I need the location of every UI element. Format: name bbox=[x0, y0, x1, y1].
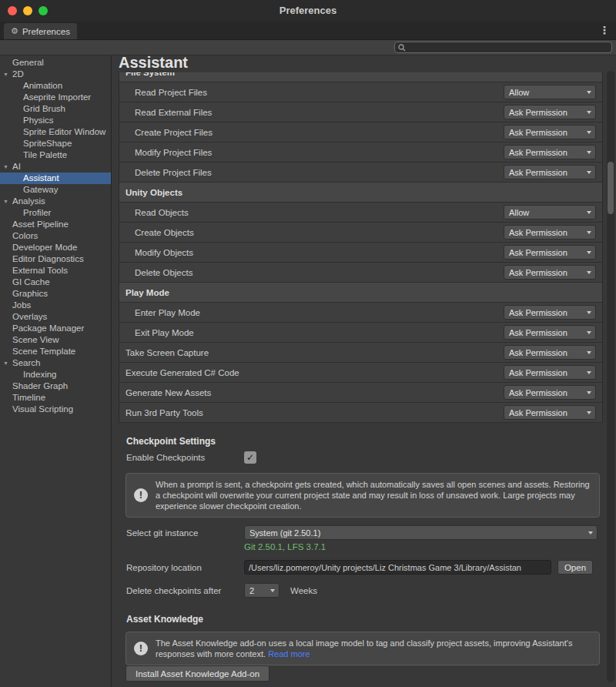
search-input[interactable] bbox=[408, 43, 608, 52]
sidebar-item-profiler[interactable]: Profiler bbox=[0, 207, 111, 219]
permission-label: Play Mode bbox=[126, 288, 169, 297]
foldout-arrow-icon[interactable]: ▼ bbox=[3, 357, 8, 369]
open-button[interactable]: Open bbox=[557, 560, 593, 575]
chevron-down-icon bbox=[587, 171, 591, 174]
chevron-down-icon bbox=[587, 91, 591, 94]
vertical-scrollbar[interactable] bbox=[607, 71, 614, 682]
sidebar-item-indexing[interactable]: Indexing bbox=[0, 369, 111, 380]
permission-label: Exit Play Mode bbox=[135, 328, 194, 337]
enable-checkpoints-checkbox[interactable]: ✓ bbox=[244, 451, 256, 464]
sidebar-item-jobs[interactable]: Jobs bbox=[0, 300, 111, 311]
sidebar-item-ai[interactable]: ▼AI bbox=[0, 161, 111, 173]
sidebar-item-grid-brush[interactable]: Grid Brush bbox=[0, 103, 111, 115]
sidebar-item-asset-pipeline[interactable]: Asset Pipeline bbox=[0, 219, 111, 230]
delete-after-dropdown[interactable]: 2 bbox=[244, 583, 280, 598]
sidebar-item-visual-scripting[interactable]: Visual Scripting bbox=[0, 404, 111, 415]
sidebar-item-physics[interactable]: Physics bbox=[0, 115, 111, 126]
sidebar-item-aseprite-importer[interactable]: Aseprite Importer bbox=[0, 92, 111, 103]
permission-dropdown-execute-generated-c-code[interactable]: Ask Permission bbox=[504, 365, 596, 380]
permission-label: Execute Generated C# Code bbox=[126, 368, 239, 377]
permission-dropdown-read-external-files[interactable]: Ask Permission bbox=[504, 105, 596, 119]
git-instance-dropdown[interactable]: System (git 2.50.1) bbox=[244, 525, 598, 540]
sidebar-item-editor-diagnostics[interactable]: Editor Diagnostics bbox=[0, 253, 111, 265]
sidebar-item-label: Animation bbox=[23, 81, 62, 90]
install-asset-knowledge-button[interactable]: Install Asset Knowledge Add-on bbox=[126, 665, 270, 682]
enable-checkpoints-row: Enable Checkpoints ✓ bbox=[126, 451, 256, 464]
window-title: Preferences bbox=[0, 0, 616, 22]
sidebar-item-developer-mode[interactable]: Developer Mode bbox=[0, 242, 111, 253]
sidebar-item-assistant[interactable]: Assistant bbox=[0, 173, 111, 184]
permission-dropdown-modify-objects[interactable]: Ask Permission bbox=[504, 245, 596, 260]
permission-dropdown-enter-play-mode[interactable]: Ask Permission bbox=[504, 305, 596, 320]
dropdown-value: Allow bbox=[504, 88, 587, 97]
sidebar-item-label: Overlays bbox=[12, 312, 47, 321]
traffic-lights bbox=[8, 6, 48, 15]
sidebar-item-gi-cache[interactable]: GI Cache bbox=[0, 276, 111, 288]
permission-dropdown-exit-play-mode[interactable]: Ask Permission bbox=[504, 325, 596, 340]
sidebar-item-scene-template[interactable]: Scene Template bbox=[0, 346, 111, 357]
permission-dropdown-take-screen-capture[interactable]: Ask Permission bbox=[504, 345, 596, 360]
dropdown-value: Allow bbox=[504, 208, 587, 217]
sidebar-item-overlays[interactable]: Overlays bbox=[0, 311, 111, 323]
chevron-down-icon bbox=[587, 351, 591, 354]
permission-dropdown-read-project-files[interactable]: Allow bbox=[504, 85, 596, 99]
sidebar-item-gateway[interactable]: Gateway bbox=[0, 184, 111, 196]
foldout-arrow-icon[interactable]: ▼ bbox=[3, 161, 8, 173]
tab-preferences[interactable]: ⚙ Preferences bbox=[4, 23, 77, 39]
asset-knowledge-info-box: ! The Asset Knowledge add-on uses a loca… bbox=[126, 632, 600, 665]
sidebar-item-label: Visual Scripting bbox=[12, 404, 73, 414]
sidebar-item-scene-view[interactable]: Scene View bbox=[0, 334, 111, 346]
titlebar: Preferences bbox=[0, 0, 616, 22]
content-pane: Assistant File SystemRead Project FilesA… bbox=[112, 55, 616, 687]
info-icon: ! bbox=[134, 488, 148, 502]
sidebar-item-search[interactable]: ▼Search bbox=[0, 357, 111, 369]
zoom-window-button[interactable] bbox=[38, 6, 48, 15]
sidebar-item-tile-palette[interactable]: Tile Palette bbox=[0, 149, 111, 161]
sidebar-item-package-manager[interactable]: Package Manager bbox=[0, 323, 111, 334]
read-more-link[interactable]: Read more bbox=[268, 649, 310, 659]
chevron-down-icon bbox=[587, 231, 591, 234]
gear-icon: ⚙ bbox=[11, 26, 18, 36]
sidebar-item-general[interactable]: General bbox=[0, 57, 111, 69]
permission-row-execute-generated-c-code: Execute Generated C# CodeAsk Permission bbox=[119, 363, 602, 383]
permission-dropdown-run-3rd-party-tools[interactable]: Ask Permission bbox=[504, 405, 596, 420]
permission-dropdown-modify-project-files[interactable]: Ask Permission bbox=[504, 145, 596, 159]
sidebar-item-external-tools[interactable]: External Tools bbox=[0, 265, 111, 276]
sidebar-item-timeline[interactable]: Timeline bbox=[0, 392, 111, 404]
dropdown-value: Ask Permission bbox=[504, 368, 587, 377]
sidebar-item-colors[interactable]: Colors bbox=[0, 230, 111, 242]
permission-dropdown-create-objects[interactable]: Ask Permission bbox=[504, 225, 596, 240]
sidebar-item-graphics[interactable]: Graphics bbox=[0, 288, 111, 300]
search-box[interactable] bbox=[394, 42, 612, 53]
minimize-window-button[interactable] bbox=[23, 6, 32, 15]
sidebar-item-label: Gateway bbox=[23, 185, 58, 194]
sidebar-item-label: Search bbox=[12, 358, 40, 367]
foldout-arrow-icon[interactable]: ▼ bbox=[3, 69, 8, 80]
kebab-menu-icon[interactable]: ⋮ bbox=[599, 24, 610, 36]
foldout-arrow-icon[interactable]: ▼ bbox=[3, 196, 8, 207]
sidebar-item-sprite-editor-window[interactable]: Sprite Editor Window bbox=[0, 126, 111, 138]
scrollbar-thumb[interactable] bbox=[608, 162, 614, 214]
close-window-button[interactable] bbox=[8, 6, 17, 15]
permission-dropdown-delete-objects[interactable]: Ask Permission bbox=[504, 265, 596, 280]
sidebar-item-animation[interactable]: Animation bbox=[0, 80, 111, 92]
permission-row-modify-objects: Modify ObjectsAsk Permission bbox=[119, 243, 602, 263]
checkpoint-settings-heading: Checkpoint Settings bbox=[126, 436, 216, 447]
sidebar-item-2d[interactable]: ▼2D bbox=[0, 69, 111, 80]
chevron-down-icon bbox=[587, 131, 591, 134]
sidebar-item-analysis[interactable]: ▼Analysis bbox=[0, 196, 111, 207]
permission-dropdown-read-objects[interactable]: Allow bbox=[504, 205, 596, 220]
permission-label: Run 3rd Party Tools bbox=[126, 408, 203, 417]
permission-label: Read Project Files bbox=[135, 88, 207, 97]
sidebar-item-spriteshape[interactable]: SpriteShape bbox=[0, 138, 111, 149]
delete-checkpoints-label: Delete checkpoints after bbox=[126, 586, 244, 595]
chevron-down-icon bbox=[587, 371, 591, 374]
dropdown-value: Ask Permission bbox=[504, 248, 587, 257]
sidebar-item-label: Sprite Editor Window bbox=[23, 127, 105, 136]
permission-dropdown-generate-new-assets[interactable]: Ask Permission bbox=[504, 385, 596, 400]
sidebar-item-shader-graph[interactable]: Shader Graph bbox=[0, 380, 111, 392]
sidebar-list: General▼2DAnimationAseprite ImporterGrid… bbox=[0, 57, 111, 415]
repository-location-field[interactable]: /Users/liz.pomeroy/Unity projects/Liz Ch… bbox=[244, 560, 551, 575]
permission-dropdown-create-project-files[interactable]: Ask Permission bbox=[504, 125, 596, 139]
permission-dropdown-delete-project-files[interactable]: Ask Permission bbox=[504, 165, 596, 179]
